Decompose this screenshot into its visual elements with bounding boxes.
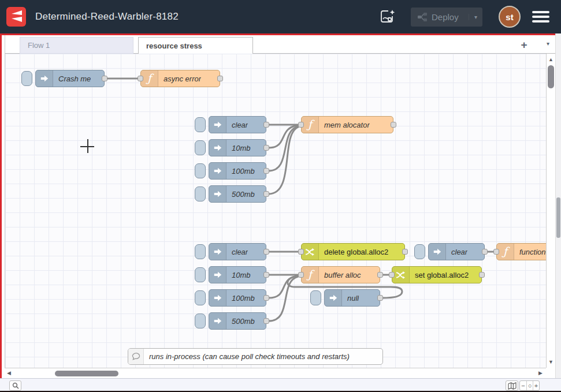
inject-trigger-button[interactable]: [195, 163, 206, 178]
output-port[interactable]: [217, 76, 223, 81]
user-avatar[interactable]: st: [499, 6, 521, 28]
input-port[interactable]: [298, 249, 304, 255]
browser-scrollbar[interactable]: [555, 33, 561, 392]
node-function-mem-alocator[interactable]: ƒmem alocator: [301, 116, 393, 133]
node-inject-500mb[interactable]: 500mb: [209, 312, 266, 330]
node-inject-100mb[interactable]: 100mb: [209, 289, 266, 307]
input-port[interactable]: [138, 76, 143, 81]
left-accent-border: [0, 35, 2, 392]
inject-trigger-button[interactable]: [195, 117, 206, 132]
input-port[interactable]: [389, 272, 395, 278]
node-label: async error: [164, 74, 201, 83]
scroll-left-icon[interactable]: ◀: [7, 370, 11, 376]
output-port[interactable]: [377, 295, 383, 301]
node-inject-crash-me[interactable]: Crash me: [35, 70, 105, 87]
node-inject-clear[interactable]: clear: [428, 243, 485, 260]
zoom-out-button[interactable]: −: [520, 381, 526, 390]
vertical-scrollbar[interactable]: ▲ ▼: [546, 54, 555, 368]
output-port[interactable]: [263, 145, 269, 151]
inject-icon: [209, 313, 226, 329]
node-label: clear: [451, 248, 467, 256]
node-inject-clear[interactable]: clear: [209, 243, 266, 260]
inject-trigger-button[interactable]: [414, 244, 425, 259]
output-port[interactable]: [479, 272, 485, 278]
flow-assistant-icon[interactable]: [377, 7, 397, 27]
tab-list-menu-button[interactable]: ▾: [547, 40, 549, 47]
node-label: 100mb: [232, 167, 255, 176]
inject-icon: [209, 140, 226, 156]
output-port[interactable]: [102, 76, 107, 81]
inject-icon: [325, 290, 342, 306]
node-label: set global.alloc2: [415, 271, 469, 279]
output-port[interactable]: [482, 249, 488, 255]
zoom-reset-button[interactable]: ○: [526, 381, 533, 390]
input-port[interactable]: [298, 122, 304, 128]
inject-trigger-button[interactable]: [195, 313, 206, 328]
output-port[interactable]: [263, 249, 269, 255]
flow-canvas[interactable]: Crash meƒasync errorclear10mb100mb500mbƒ…: [5, 54, 546, 368]
node-change-set-global-alloc2[interactable]: set global.alloc2: [392, 266, 482, 283]
scroll-right-icon[interactable]: ▶: [538, 370, 543, 376]
output-port[interactable]: [263, 191, 269, 197]
header-bar: Determined-Reed-Warbler-8182 Deploy ▾ st: [0, 0, 561, 33]
main-menu-icon[interactable]: [532, 11, 549, 23]
horizontal-scrollbar[interactable]: ◀ ▶: [5, 368, 546, 378]
inject-trigger-button[interactable]: [310, 290, 321, 305]
output-port[interactable]: [402, 249, 408, 255]
search-icon: [12, 382, 19, 389]
inject-trigger-button[interactable]: [195, 186, 206, 201]
inject-trigger-button[interactable]: [195, 290, 206, 305]
zoom-in-button[interactable]: +: [533, 381, 539, 390]
node-label: 500mb: [232, 317, 255, 326]
search-button[interactable]: [9, 380, 21, 391]
input-port[interactable]: [298, 272, 304, 278]
navigator-button[interactable]: [506, 380, 518, 391]
inject-trigger-button[interactable]: [195, 244, 206, 259]
node-red-editor: Determined-Reed-Warbler-8182 Deploy ▾ st: [0, 0, 561, 392]
comment-icon: [128, 349, 144, 364]
node-change-delete-global-alloc2[interactable]: delete global.alloc2: [301, 243, 405, 260]
node-inject-clear[interactable]: clear: [209, 116, 266, 133]
horizontal-scroll-thumb[interactable]: [55, 371, 118, 376]
footer-toolbar: − ○ +: [0, 378, 561, 392]
zoom-controls: − ○ +: [519, 380, 540, 391]
output-port[interactable]: [263, 295, 269, 301]
browser-scroll-thumb[interactable]: [556, 197, 560, 238]
node-label: null: [347, 294, 359, 303]
node-inject-10mb[interactable]: 10mb: [209, 266, 266, 283]
wire-3[interactable]: [269, 126, 298, 171]
inject-icon: [429, 244, 446, 260]
node-function-buffer-alloc[interactable]: ƒbuffer alloc: [301, 266, 380, 283]
node-function-async-error[interactable]: ƒasync error: [140, 70, 220, 87]
node-inject-100mb[interactable]: 100mb: [209, 162, 266, 180]
tab-resource-stress[interactable]: resource stress: [138, 37, 253, 54]
inject-icon: [209, 290, 226, 306]
output-port[interactable]: [263, 122, 269, 128]
flowfuse-logo-icon[interactable]: [6, 7, 26, 27]
node-comment-runs-in-process-can-cause-poll-check-tim[interactable]: runs in-process (can cause poll check ti…: [128, 348, 383, 365]
scroll-up-icon[interactable]: ▲: [548, 57, 553, 62]
inject-trigger-button[interactable]: [195, 267, 206, 282]
output-port[interactable]: [263, 168, 269, 174]
deploy-button[interactable]: Deploy ▾: [411, 8, 482, 27]
output-port[interactable]: [263, 272, 269, 278]
add-flow-button[interactable]: +: [517, 38, 531, 52]
function-icon: ƒ: [302, 267, 319, 283]
function-icon: ƒ: [497, 244, 514, 260]
output-port[interactable]: [377, 272, 383, 278]
output-port[interactable]: [263, 318, 269, 324]
inject-trigger-button[interactable]: [195, 140, 206, 155]
node-function-function[interactable]: ƒfunction: [496, 243, 546, 260]
vertical-scroll-thumb[interactable]: [548, 65, 554, 88]
inject-trigger-button[interactable]: [21, 71, 32, 86]
input-port[interactable]: [493, 249, 499, 255]
output-port[interactable]: [391, 122, 396, 128]
wire-layer: [5, 54, 546, 368]
tab-flow-1[interactable]: Flow 1: [20, 37, 133, 54]
node-inject-10mb[interactable]: 10mb: [209, 139, 266, 156]
deploy-dropdown-caret[interactable]: ▾: [469, 14, 477, 20]
wire-8[interactable]: [269, 277, 298, 321]
node-inject-null[interactable]: null: [324, 289, 380, 307]
node-inject-500mb[interactable]: 500mb: [209, 185, 266, 203]
scroll-down-icon[interactable]: ▼: [548, 359, 553, 365]
